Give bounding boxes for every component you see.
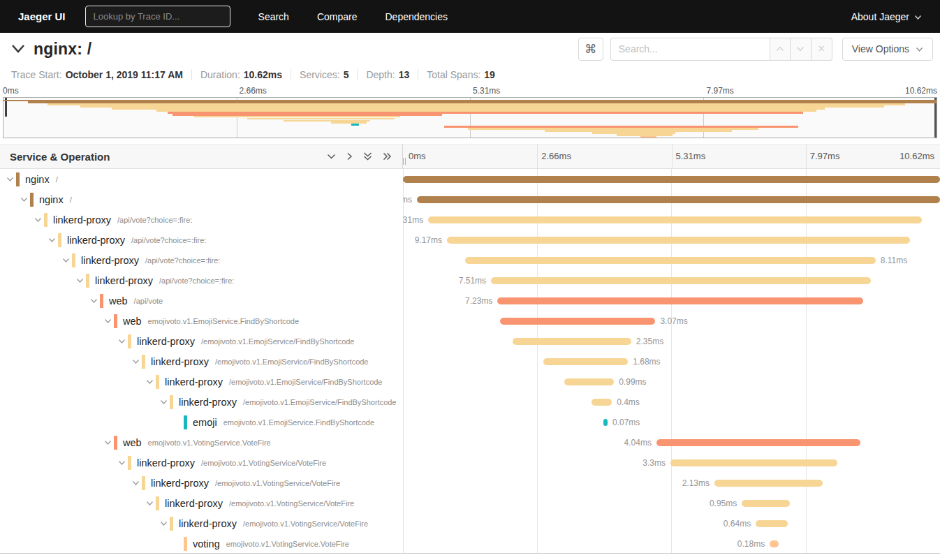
- row-chevron-down-icon[interactable]: [130, 359, 142, 364]
- minimap-canvas[interactable]: [3, 97, 937, 138]
- span-tree-cell[interactable]: linkerd-proxy/emojivoto.v1.VotingService…: [0, 493, 403, 513]
- span-duration-bar[interactable]: [417, 196, 940, 203]
- span-duration-bar[interactable]: [564, 378, 615, 385]
- span-tree-cell[interactable]: linkerd-proxy/emojivoto.v1.EmojiService/…: [0, 351, 403, 371]
- span-tree-cell[interactable]: linkerd-proxy/emojivoto.v1.VotingService…: [0, 473, 403, 493]
- span-duration-bar[interactable]: [756, 520, 788, 527]
- span-timeline-cell[interactable]: 8.11ms: [403, 250, 940, 270]
- expand-one-icon[interactable]: [346, 152, 353, 161]
- span-tree-cell[interactable]: votingemojivoto.v1.VotingService.VoteFir…: [0, 533, 403, 554]
- span-row[interactable]: linkerd-proxy/emojivoto.v1.VotingService…: [0, 493, 940, 513]
- row-chevron-down-icon[interactable]: [116, 339, 128, 344]
- row-chevron-down-icon[interactable]: [144, 501, 156, 506]
- span-timeline-cell[interactable]: 7.51ms: [403, 270, 940, 290]
- span-timeline-cell[interactable]: 31ms: [403, 209, 940, 230]
- span-tree-cell[interactable]: webemojivoto.v1.VotingService.VoteFire: [0, 432, 403, 452]
- span-timeline-cell[interactable]: 0.95ms: [403, 493, 940, 513]
- keyboard-shortcuts-button[interactable]: ⌘: [578, 38, 603, 61]
- span-row[interactable]: linkerd-proxy/emojivoto.v1.EmojiService/…: [0, 392, 940, 412]
- span-timeline-cell[interactable]: [403, 169, 940, 189]
- span-tree-cell[interactable]: linkerd-proxy/api/vote?choice=:fire:: [0, 270, 403, 290]
- span-row[interactable]: linkerd-proxy/emojivoto.v1.VotingService…: [0, 513, 940, 533]
- span-tree-cell[interactable]: linkerd-proxy/emojivoto.v1.EmojiService/…: [0, 392, 403, 412]
- span-timeline-cell[interactable]: 2.13ms: [403, 473, 940, 493]
- span-timeline-cell[interactable]: 9.17ms: [403, 230, 940, 250]
- row-chevron-down-icon[interactable]: [74, 278, 86, 283]
- span-tree-cell[interactable]: linkerd-proxy/api/vote?choice=:fire:: [0, 250, 403, 270]
- span-timeline-cell[interactable]: 0.99ms: [403, 371, 940, 392]
- span-row[interactable]: emojiemojivoto.v1.EmojiService.FindBySho…: [0, 412, 940, 432]
- trace-search-input[interactable]: [610, 38, 770, 61]
- span-duration-bar[interactable]: [500, 318, 655, 325]
- span-duration-bar[interactable]: [742, 500, 789, 507]
- search-next-button[interactable]: [791, 38, 812, 61]
- span-tree-cell[interactable]: linkerd-proxy/api/vote?choice=:fire:: [0, 230, 403, 250]
- view-options-button[interactable]: View Options: [842, 38, 933, 61]
- span-row[interactable]: webemojivoto.v1.EmojiService.FindByShort…: [0, 311, 940, 331]
- span-timeline-cell[interactable]: 4.04ms: [403, 432, 940, 452]
- nav-link-search[interactable]: Search: [258, 11, 289, 22]
- span-timeline-cell[interactable]: ms: [403, 189, 940, 209]
- span-timeline-cell[interactable]: 0.64ms: [403, 513, 940, 533]
- span-tree-cell[interactable]: emojiemojivoto.v1.EmojiService.FindBySho…: [0, 412, 403, 432]
- trace-id-lookup-input[interactable]: [85, 6, 230, 27]
- collapse-one-icon[interactable]: [326, 152, 337, 161]
- span-timeline-cell[interactable]: 3.3ms: [403, 452, 940, 473]
- span-tree-cell[interactable]: nginx/: [0, 189, 403, 209]
- span-row[interactable]: linkerd-proxy/api/vote?choice=:fire:8.11…: [0, 250, 940, 270]
- nav-link-dependencies[interactable]: Dependencies: [385, 11, 448, 22]
- row-chevron-down-icon[interactable]: [144, 379, 156, 385]
- span-tree-cell[interactable]: webemojivoto.v1.EmojiService.FindByShort…: [0, 311, 403, 331]
- span-tree-cell[interactable]: linkerd-proxy/emojivoto.v1.EmojiService/…: [0, 371, 403, 392]
- span-duration-bar[interactable]: [403, 176, 940, 183]
- span-duration-bar[interactable]: [592, 399, 612, 406]
- collapse-all-icon[interactable]: [362, 152, 373, 161]
- span-tree-cell[interactable]: linkerd-proxy/emojivoto.v1.VotingService…: [0, 513, 403, 533]
- row-chevron-down-icon[interactable]: [158, 521, 170, 526]
- collapse-trace-chevron-icon[interactable]: [10, 43, 27, 54]
- span-timeline-cell[interactable]: 0.07ms: [403, 412, 940, 432]
- span-timeline-cell[interactable]: 1.68ms: [403, 351, 940, 371]
- span-row[interactable]: linkerd-proxy/api/vote?choice=:fire:9.17…: [0, 230, 940, 250]
- span-row[interactable]: nginx/ms: [0, 189, 940, 209]
- span-timeline-cell[interactable]: 0.4ms: [403, 392, 940, 412]
- span-row[interactable]: linkerd-proxy/emojivoto.v1.VotingService…: [0, 452, 940, 473]
- span-duration-bar[interactable]: [491, 277, 871, 284]
- span-duration-bar[interactable]: [447, 237, 910, 244]
- span-tree-cell[interactable]: nginx/: [0, 169, 403, 189]
- span-row[interactable]: linkerd-proxy/emojivoto.v1.EmojiService/…: [0, 371, 940, 392]
- span-tree-cell[interactable]: linkerd-proxy/api/vote?choice=:fire:: [0, 209, 403, 230]
- row-chevron-down-icon[interactable]: [102, 318, 114, 324]
- span-duration-bar[interactable]: [656, 439, 860, 446]
- span-row[interactable]: nginx/: [0, 169, 940, 189]
- app-logo[interactable]: Jaeger UI: [18, 10, 66, 22]
- span-row[interactable]: linkerd-proxy/emojivoto.v1.VotingService…: [0, 473, 940, 493]
- nav-link-compare[interactable]: Compare: [317, 11, 358, 22]
- span-duration-bar[interactable]: [543, 358, 629, 365]
- span-timeline-cell[interactable]: 2.35ms: [403, 331, 940, 351]
- span-timeline-cell[interactable]: 0.18ms: [403, 533, 940, 554]
- span-row[interactable]: linkerd-proxy/emojivoto.v1.EmojiService/…: [0, 351, 940, 371]
- span-timeline-cell[interactable]: 7.23ms: [403, 290, 940, 311]
- span-row[interactable]: linkerd-proxy/emojivoto.v1.EmojiService/…: [0, 331, 940, 351]
- span-duration-bar[interactable]: [513, 338, 631, 345]
- search-clear-button[interactable]: ×: [812, 38, 832, 61]
- expand-all-icon[interactable]: [382, 152, 392, 161]
- span-timeline-cell[interactable]: 3.07ms: [403, 311, 940, 331]
- span-row[interactable]: linkerd-proxy/api/vote?choice=:fire:31ms: [0, 209, 940, 230]
- span-duration-bar[interactable]: [497, 297, 863, 304]
- about-jaeger-menu[interactable]: About Jaeger: [851, 11, 922, 22]
- row-chevron-down-icon[interactable]: [60, 258, 72, 263]
- span-duration-bar[interactable]: [714, 480, 823, 487]
- span-row[interactable]: web/api/vote7.23ms: [0, 290, 940, 311]
- span-tree-cell[interactable]: web/api/vote: [0, 290, 403, 311]
- row-chevron-down-icon[interactable]: [46, 237, 58, 243]
- row-chevron-down-icon[interactable]: [158, 399, 170, 405]
- row-chevron-down-icon[interactable]: [88, 298, 100, 304]
- span-row[interactable]: linkerd-proxy/api/vote?choice=:fire:7.51…: [0, 270, 940, 290]
- span-duration-bar[interactable]: [465, 257, 876, 264]
- row-chevron-down-icon[interactable]: [4, 177, 16, 182]
- row-chevron-down-icon[interactable]: [130, 480, 142, 486]
- row-chevron-down-icon[interactable]: [116, 460, 128, 466]
- span-duration-bar[interactable]: [603, 419, 608, 426]
